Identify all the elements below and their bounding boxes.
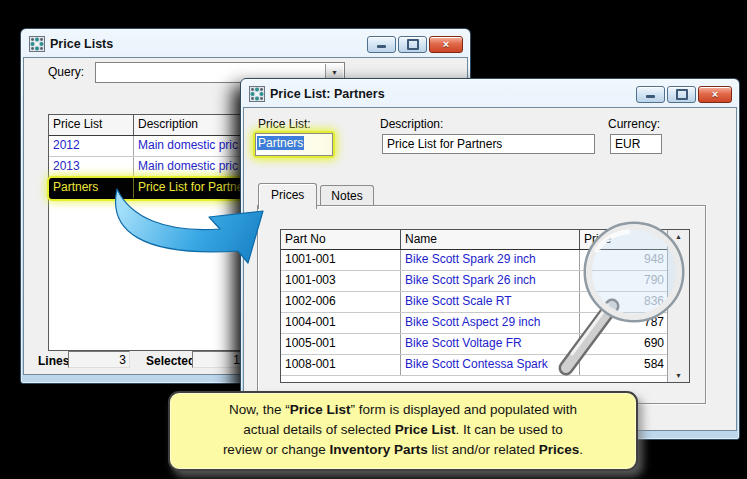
column-header-price-list[interactable]: Price List xyxy=(49,115,134,135)
part-row[interactable]: 1005-001Bike Scott Voltage FR690 xyxy=(281,334,668,355)
currency-input[interactable]: EUR xyxy=(610,134,662,154)
lines-count: 3 xyxy=(68,351,130,368)
callout-text-line: review or change Inventory Parts list an… xyxy=(180,440,626,460)
selected-count: 1 xyxy=(192,351,244,368)
callout-text-line: Now, the “Price List” form is displayed … xyxy=(180,400,626,420)
window-title: Price List: Partners xyxy=(270,87,385,101)
close-button[interactable]: × xyxy=(429,36,463,53)
close-button[interactable]: × xyxy=(698,86,732,103)
maximize-button[interactable] xyxy=(398,36,427,53)
window-title: Price Lists xyxy=(50,37,113,51)
currency-label: Currency: xyxy=(608,117,660,131)
callout-note: Now, the “Price List” form is displayed … xyxy=(168,391,638,471)
description-label: Description: xyxy=(380,117,443,131)
price-list-label: Price List: xyxy=(258,117,311,131)
parts-table-header: Part No Name Price xyxy=(281,230,668,250)
highlight-glow: Partners xyxy=(253,131,335,158)
part-row[interactable]: 1008-001Bike Scott Contessa Spark584 xyxy=(281,355,668,376)
description-input[interactable]: Price List for Partners xyxy=(382,134,595,154)
scroll-down-icon[interactable]: ▼ xyxy=(675,372,682,379)
titlebar-price-lists[interactable]: Price Lists × xyxy=(23,31,468,57)
query-label: Query: xyxy=(48,65,84,79)
prices-tab-panel: Part No Name Price 1001-001Bike Scott Sp… xyxy=(257,205,706,404)
scrollbar[interactable]: ▲ ▼ xyxy=(667,230,689,382)
selected-text: Partners xyxy=(257,136,304,150)
app-icon xyxy=(29,36,45,52)
minimize-button[interactable] xyxy=(367,36,396,53)
window-price-list-partners: Price List: Partners × Price List: Descr… xyxy=(240,78,740,440)
part-row[interactable]: 1001-003Bike Scott Spark 26 inch790 xyxy=(281,271,668,292)
maximize-button[interactable] xyxy=(667,86,696,103)
slide-canvas: Price Lists × Query: ▼ Price List Descri… xyxy=(0,0,747,479)
column-header-price[interactable]: Price xyxy=(580,230,668,249)
part-row[interactable]: 1002-006Bike Scott Scale RT836 xyxy=(281,292,668,313)
parts-table: Part No Name Price 1001-001Bike Scott Sp… xyxy=(280,229,690,383)
titlebar-price-list-partners[interactable]: Price List: Partners × xyxy=(243,81,737,107)
price-list-input[interactable]: Partners xyxy=(255,133,333,156)
tab-bar: PricesNotes xyxy=(258,183,374,207)
price-list-partners-content: Price List: Description: Currency: Partn… xyxy=(243,107,737,431)
minimize-button[interactable] xyxy=(636,86,665,103)
column-header-part-no[interactable]: Part No xyxy=(281,230,401,249)
callout-text-line: actual details of selected Price List. I… xyxy=(180,420,626,440)
part-row[interactable]: 1001-001Bike Scott Spark 29 inch948 xyxy=(281,250,668,271)
scroll-up-icon[interactable]: ▲ xyxy=(675,233,682,240)
part-row[interactable]: 1004-001Bike Scott Aspect 29 inch787 xyxy=(281,313,668,334)
column-header-name[interactable]: Name xyxy=(401,230,580,249)
app-icon xyxy=(249,86,265,102)
tab-notes[interactable]: Notes xyxy=(320,185,373,207)
tab-prices[interactable]: Prices xyxy=(258,183,317,209)
